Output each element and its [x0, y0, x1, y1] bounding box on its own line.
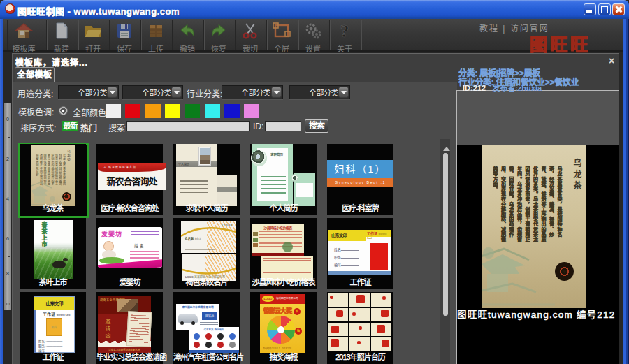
svg-text:?: ? [340, 21, 349, 41]
